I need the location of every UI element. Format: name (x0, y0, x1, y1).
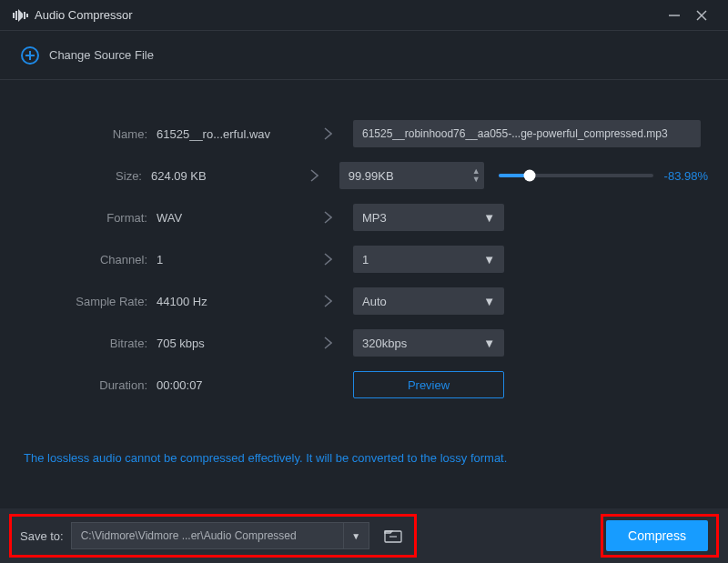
size-percent: -83.98% (664, 169, 708, 183)
duration-row: Duration: 00:00:07 Preview (20, 364, 708, 406)
chevron-right-icon (290, 169, 339, 182)
name-value: 61525__ro...erful.wav (157, 127, 302, 141)
svg-rect-3 (26, 14, 28, 17)
chevron-right-icon (302, 253, 353, 266)
compress-button[interactable]: Compress (606, 520, 708, 551)
save-path-input[interactable]: C:\Vidmore\Vidmore ...er\Audio Compresse… (71, 522, 344, 549)
samplerate-value: 44100 Hz (157, 295, 302, 308)
change-source-label: Change Source File (49, 48, 154, 62)
output-name-input[interactable]: 61525__robinhood76__aa055-...ge-powerful… (353, 120, 701, 147)
save-path-dropdown[interactable]: ▼ (344, 522, 369, 549)
samplerate-dropdown[interactable]: Auto ▼ (353, 287, 504, 315)
save-path-text: C:\Vidmore\Vidmore ...er\Audio Compresse… (81, 529, 297, 542)
preview-button[interactable]: Preview (353, 371, 504, 398)
minimize-button[interactable] (661, 2, 688, 29)
chevron-down-icon: ▼ (483, 295, 495, 308)
chevron-right-icon (302, 337, 353, 349)
main-content: Name: 61525__ro...erful.wav 61525__robin… (0, 80, 728, 465)
size-value: 624.09 KB (151, 169, 290, 183)
add-icon (20, 45, 40, 65)
bitrate-value: 705 kbps (157, 337, 302, 350)
warning-note: The lossless audio cannot be compressed … (20, 406, 708, 465)
format-dropdown[interactable]: MP3 ▼ (353, 204, 504, 231)
chevron-down-icon: ▼ (483, 211, 495, 225)
app-icon (13, 9, 29, 22)
close-button[interactable] (688, 2, 715, 29)
size-stepper[interactable]: 99.99KB ▲▼ (339, 162, 484, 189)
titlebar: Audio Compressor (0, 0, 728, 31)
name-row: Name: 61525__ro...erful.wav 61525__robin… (20, 113, 708, 155)
bitrate-row: Bitrate: 705 kbps 320kbps ▼ (20, 322, 708, 364)
samplerate-label: Sample Rate: (20, 295, 157, 308)
svg-rect-0 (13, 13, 15, 18)
compress-button-label: Compress (628, 528, 686, 543)
bitrate-dropdown-value: 320kbps (362, 337, 407, 350)
channel-label: Channel: (20, 253, 157, 266)
channel-dropdown-value: 1 (362, 253, 369, 266)
format-value: WAV (157, 211, 302, 225)
bitrate-dropdown[interactable]: 320kbps ▼ (353, 329, 504, 357)
footer-bar: Save to: C:\Vidmore\Vidmore ...er\Audio … (0, 508, 728, 563)
samplerate-dropdown-value: Auto (362, 295, 387, 308)
channel-dropdown[interactable]: 1 ▼ (353, 246, 504, 273)
size-label: Size: (20, 169, 151, 183)
window-title: Audio Compressor (35, 8, 133, 22)
stepper-arrows-icon[interactable]: ▲▼ (472, 167, 480, 184)
slider-thumb[interactable] (523, 170, 535, 182)
format-dropdown-value: MP3 (362, 211, 387, 225)
svg-rect-1 (15, 11, 17, 20)
name-label: Name: (20, 127, 157, 141)
chevron-down-icon: ▼ (483, 253, 495, 266)
channel-row: Channel: 1 1 ▼ (20, 238, 708, 280)
channel-value: 1 (157, 253, 302, 266)
change-source-row[interactable]: Change Source File (0, 31, 728, 80)
format-label: Format: (20, 211, 157, 225)
svg-rect-2 (24, 12, 25, 19)
format-row: Format: WAV MP3 ▼ (20, 196, 708, 238)
chevron-right-icon (302, 295, 353, 307)
duration-value: 00:00:07 (157, 378, 302, 392)
chevron-right-icon (302, 127, 353, 140)
chevron-right-icon (302, 211, 353, 224)
browse-folder-button[interactable] (377, 522, 410, 549)
chevron-down-icon: ▼ (351, 531, 360, 541)
save-to-label: Save to: (20, 529, 64, 543)
chevron-down-icon: ▼ (483, 337, 495, 350)
size-row: Size: 624.09 KB 99.99KB ▲▼ -83.98% (20, 155, 708, 196)
bitrate-label: Bitrate: (20, 337, 157, 350)
duration-label: Duration: (20, 378, 157, 392)
folder-icon (384, 528, 402, 543)
size-slider[interactable] (499, 174, 653, 177)
size-stepper-value: 99.99KB (349, 169, 394, 183)
samplerate-row: Sample Rate: 44100 Hz Auto ▼ (20, 280, 708, 322)
preview-button-label: Preview (408, 378, 450, 392)
output-name-text: 61525__robinhood76__aa055-...ge-powerful… (362, 127, 668, 140)
